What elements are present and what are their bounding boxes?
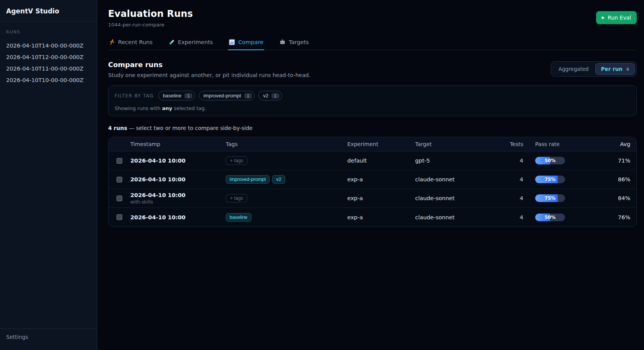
row-timestamp: 2026-04-10 10:00 — [130, 158, 226, 164]
robot-icon — [279, 39, 286, 45]
row-avg: 84% — [618, 195, 636, 201]
toggle-per-run[interactable]: Per run 4 — [595, 63, 635, 75]
pass-rate-pill: 50% — [535, 157, 565, 164]
filter-chip-v2[interactable]: v2 1 — [258, 91, 282, 100]
filter-chip-count: 1 — [184, 93, 192, 99]
toggle-count-badge: 4 — [626, 66, 629, 72]
row-experiment: exp-a — [347, 214, 415, 220]
tab-targets[interactable]: Targets — [279, 39, 309, 50]
row-experiment: exp-a — [347, 195, 415, 201]
section-title: Compare runs — [108, 61, 310, 69]
row-checkbox[interactable] — [117, 214, 122, 220]
row-timestamp: 2026-04-10 10:00 — [130, 214, 226, 220]
page-title: Evaluation Runs — [108, 8, 193, 19]
sidebar: AgentV Studio RUNS 2026-04-10T14-00-00-0… — [0, 0, 97, 350]
row-sublabel: with-skills — [130, 199, 226, 205]
tab-label: Recent Runs — [118, 39, 153, 45]
table-row: 2026-04-10 10:00 + tags default gpt-5 4 … — [108, 151, 636, 170]
tab-recent-runs[interactable]: Recent Runs — [108, 39, 153, 50]
run-eval-button[interactable]: ▶ Run Eval — [596, 11, 637, 24]
runs-table: Timestamp Tags Experiment Target Tests P… — [108, 137, 637, 227]
tag-chip[interactable]: baseline — [226, 213, 251, 222]
filter-chip-count: 1 — [244, 93, 252, 99]
row-avg: 71% — [618, 158, 636, 164]
runs-summary: 4 runs — select two or more to compare s… — [108, 125, 637, 131]
test-tube-icon — [169, 39, 175, 45]
view-mode-toggle: Aggregated Per run 4 — [551, 61, 637, 77]
row-target: claude-sonnet — [415, 214, 499, 220]
filter-chip-label: baseline — [163, 93, 181, 99]
filter-chip-baseline[interactable]: baseline 1 — [158, 91, 195, 100]
row-timestamp: 2026-04-10 10:00 with-skills — [130, 192, 226, 205]
tab-label: Experiments — [178, 39, 213, 45]
row-avg: 86% — [618, 176, 636, 182]
filter-chip-label: improved-prompt — [204, 93, 241, 99]
main-content: Evaluation Runs 1044-per-run-compare ▶ R… — [97, 0, 644, 350]
compare-section-header: Compare runs Study one experiment agains… — [108, 61, 637, 78]
toggle-label: Aggregated — [559, 66, 589, 72]
tab-label: Compare — [238, 39, 263, 45]
col-experiment: Experiment — [347, 141, 415, 147]
runs-section-label: RUNS — [6, 30, 91, 35]
sidebar-nav: RUNS 2026-04-10T14-00-00-000Z 2026-04-10… — [0, 22, 97, 329]
add-tags-button[interactable]: + tags — [226, 194, 247, 202]
run-eval-label: Run Eval — [608, 15, 631, 21]
col-tests: Tests — [499, 141, 523, 147]
col-target: Target — [415, 141, 499, 147]
tag-chip[interactable]: v2 — [272, 175, 285, 184]
row-tests: 4 — [499, 176, 523, 182]
runner-icon — [109, 39, 115, 45]
table-header-row: Timestamp Tags Experiment Target Tests P… — [108, 137, 636, 151]
pass-rate-pill: 75% — [535, 176, 565, 183]
col-tags: Tags — [226, 141, 347, 147]
table-row: 2026-04-10 10:00 improved-prompt v2 exp-… — [108, 170, 636, 189]
tag-filter-panel: FILTER BY TAG baseline 1 improved-prompt… — [108, 85, 637, 116]
sidebar-run-item[interactable]: 2026-04-10T10-00-00-000Z — [6, 74, 91, 86]
filter-chip-improved-prompt[interactable]: improved-prompt 1 — [199, 91, 255, 100]
row-timestamp: 2026-04-10 10:00 — [130, 176, 226, 182]
row-target: gpt-5 — [415, 158, 499, 164]
col-avg: Avg — [618, 141, 636, 147]
pass-rate-label: 50% — [535, 157, 565, 164]
sidebar-run-item[interactable]: 2026-04-10T12-00-00-000Z — [6, 51, 91, 63]
pass-rate-pill: 50% — [535, 214, 565, 221]
tab-bar: Recent Runs Experiments Compare — [108, 39, 637, 50]
sidebar-run-item[interactable]: 2026-04-10T14-00-00-000Z — [6, 40, 91, 51]
sidebar-run-item[interactable]: 2026-04-10T11-00-00-000Z — [6, 63, 91, 74]
filter-by-tag-label: FILTER BY TAG — [115, 93, 154, 99]
row-checkbox[interactable] — [117, 177, 122, 182]
add-tags-button[interactable]: + tags — [226, 156, 247, 165]
section-description: Study one experiment against another, or… — [108, 72, 310, 78]
filter-chip-count: 1 — [271, 93, 279, 99]
tag-chip[interactable]: improved-prompt — [226, 175, 269, 184]
toggle-aggregated[interactable]: Aggregated — [553, 63, 595, 75]
pass-rate-label: 75% — [535, 194, 565, 202]
pass-rate-pill: 75% — [535, 194, 565, 202]
settings-link[interactable]: Settings — [0, 329, 97, 350]
pass-rate-label: 75% — [535, 176, 565, 183]
tab-compare[interactable]: Compare — [228, 39, 264, 50]
filter-note-any: any — [162, 105, 172, 111]
row-target: claude-sonnet — [415, 176, 499, 182]
row-checkbox[interactable] — [117, 158, 122, 164]
page-header: Evaluation Runs 1044-per-run-compare ▶ R… — [108, 8, 637, 28]
play-icon: ▶ — [602, 16, 605, 20]
col-timestamp: Timestamp — [130, 141, 226, 147]
table-row: 2026-04-10 10:00 with-skills + tags exp-… — [108, 189, 636, 208]
row-checkbox[interactable] — [117, 196, 122, 201]
row-tests: 4 — [499, 214, 523, 220]
pass-rate-label: 50% — [535, 214, 565, 221]
table-row: 2026-04-10 10:00 baseline exp-a claude-s… — [108, 208, 636, 227]
bar-chart-icon — [229, 39, 235, 45]
row-tests: 4 — [499, 195, 523, 201]
toggle-label: Per run — [601, 66, 623, 72]
col-pass-rate: Pass rate — [523, 141, 618, 147]
row-experiment: default — [347, 158, 415, 164]
tab-label: Targets — [289, 39, 309, 45]
row-avg: 76% — [618, 214, 636, 220]
row-tests: 4 — [499, 158, 523, 164]
table-body: 2026-04-10 10:00 + tags default gpt-5 4 … — [108, 151, 636, 227]
row-target: claude-sonnet — [415, 195, 499, 201]
filter-chip-label: v2 — [263, 93, 268, 99]
tab-experiments[interactable]: Experiments — [168, 39, 214, 50]
